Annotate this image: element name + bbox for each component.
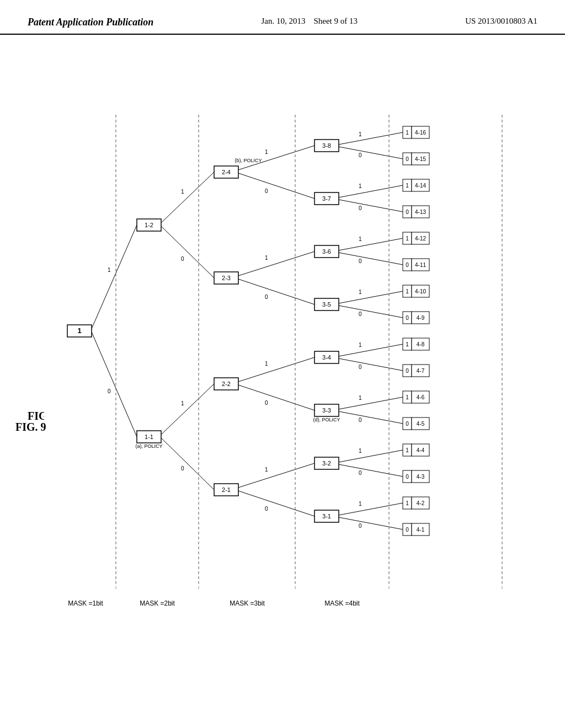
svg-text:0: 0: [181, 465, 184, 472]
svg-text:0: 0: [406, 262, 409, 268]
svg-text:MASK =4bit: MASK =4bit: [324, 599, 360, 607]
node-4-6: 1 4-6: [403, 391, 429, 403]
svg-text:3-6: 3-6: [322, 248, 331, 255]
svg-text:4-16: 4-16: [415, 130, 426, 136]
svg-text:MASK =3bit: MASK =3bit: [230, 599, 265, 607]
svg-text:1: 1: [359, 395, 362, 401]
svg-text:0: 0: [108, 388, 111, 394]
svg-text:4-1: 4-1: [417, 527, 425, 533]
svg-text:0: 0: [265, 506, 268, 512]
svg-text:2-1: 2-1: [222, 486, 231, 493]
svg-text:3-4: 3-4: [322, 354, 331, 361]
svg-text:0: 0: [406, 421, 409, 427]
svg-text:4-4: 4-4: [417, 447, 425, 453]
node-4-7: 0 4-7: [403, 365, 429, 377]
patent-number: US 2013/0010803 A1: [465, 17, 537, 26]
svg-text:4-6: 4-6: [417, 394, 425, 400]
node-4-1: 0 4-1: [403, 523, 429, 536]
node-4-5: 0 4-5: [403, 417, 429, 430]
svg-text:1: 1: [406, 235, 409, 242]
svg-text:3-1: 3-1: [322, 513, 331, 520]
svg-text:2-2: 2-2: [222, 381, 231, 387]
svg-text:1: 1: [359, 501, 362, 507]
svg-text:4-12: 4-12: [415, 235, 426, 242]
svg-text:(a), POLICY: (a), POLICY: [135, 443, 162, 449]
svg-text:4-5: 4-5: [417, 421, 425, 427]
node-4-16: 1 4-16: [403, 126, 429, 138]
svg-text:3-2: 3-2: [322, 460, 331, 467]
svg-text:1: 1: [181, 189, 184, 195]
svg-text:0: 0: [406, 527, 409, 533]
svg-text:0: 0: [359, 364, 362, 370]
svg-text:4-13: 4-13: [415, 209, 426, 215]
svg-text:0: 0: [265, 400, 268, 406]
svg-text:0: 0: [359, 523, 362, 529]
svg-text:4-9: 4-9: [417, 315, 425, 321]
svg-text:(d), POLICY: (d), POLICY: [313, 417, 340, 422]
svg-text:0: 0: [406, 368, 409, 374]
svg-text:2-4: 2-4: [222, 169, 231, 175]
svg-text:3-8: 3-8: [322, 142, 331, 149]
page-header: Patent Application Publication Jan. 10, …: [0, 0, 565, 35]
svg-text:1: 1: [108, 267, 111, 273]
node-4-4: 1 4-4: [403, 444, 429, 456]
main-content: FIG. 9 MASK =1bit MASK =2bit MASK =3bit …: [0, 35, 565, 719]
node-4-9: 0 4-9: [403, 312, 429, 324]
svg-text:4-2: 4-2: [417, 500, 425, 506]
svg-text:0: 0: [359, 470, 362, 476]
svg-text:0: 0: [359, 258, 362, 264]
svg-text:1: 1: [406, 130, 409, 136]
svg-text:0: 0: [406, 474, 409, 480]
svg-text:0: 0: [406, 156, 409, 162]
svg-text:3-7: 3-7: [322, 195, 331, 202]
svg-text:0: 0: [406, 209, 409, 215]
svg-text:1: 1: [359, 342, 362, 348]
svg-text:1: 1: [359, 289, 362, 295]
svg-text:4-10: 4-10: [415, 288, 426, 295]
node-4-12: 1 4-12: [403, 232, 429, 244]
svg-text:MASK =1bit: MASK =1bit: [68, 599, 103, 607]
svg-text:1: 1: [359, 131, 362, 137]
svg-text:0: 0: [359, 417, 362, 423]
sheet-info: Sheet 9 of 13: [313, 17, 358, 25]
diagram: MASK =1bit MASK =2bit MASK =3bit MASK =4…: [44, 90, 524, 641]
svg-text:4-8: 4-8: [417, 341, 425, 347]
svg-text:1: 1: [265, 149, 268, 155]
date-sheet: Jan. 10, 2013 Sheet 9 of 13: [261, 17, 358, 26]
svg-text:4-15: 4-15: [415, 156, 426, 162]
figure-label: FIG. 9: [15, 421, 46, 433]
svg-text:0: 0: [265, 294, 268, 300]
svg-text:0: 0: [359, 205, 362, 211]
svg-text:1: 1: [265, 255, 268, 261]
svg-text:MASK =2bit: MASK =2bit: [140, 599, 175, 607]
svg-text:1-2: 1-2: [145, 222, 153, 228]
node-4-2: 1 4-2: [403, 497, 429, 509]
svg-text:4-11: 4-11: [415, 262, 426, 268]
svg-text:3-3: 3-3: [322, 407, 331, 414]
svg-text:1: 1: [265, 467, 268, 473]
svg-text:1: 1: [406, 500, 409, 506]
svg-text:0: 0: [359, 311, 362, 317]
svg-text:1: 1: [406, 288, 409, 295]
svg-text:1: 1: [406, 183, 409, 189]
node-4-14: 1 4-14: [403, 179, 429, 191]
pub-date: Jan. 10, 2013: [261, 17, 305, 25]
svg-text:0: 0: [406, 315, 409, 321]
node-4-8: 1 4-8: [403, 338, 429, 350]
publication-title: Patent Application Publication: [28, 17, 153, 28]
svg-text:1: 1: [406, 341, 409, 347]
svg-text:1: 1: [77, 326, 81, 335]
svg-text:4-3: 4-3: [417, 474, 425, 480]
svg-text:3-5: 3-5: [322, 301, 331, 308]
svg-text:1: 1: [406, 447, 409, 453]
svg-text:0: 0: [181, 256, 184, 262]
node-4-13: 0 4-13: [403, 206, 429, 218]
svg-text:0: 0: [265, 188, 268, 194]
svg-text:2-3: 2-3: [222, 275, 231, 281]
svg-text:1: 1: [359, 448, 362, 454]
svg-text:4-14: 4-14: [415, 183, 426, 189]
svg-text:4-7: 4-7: [417, 368, 425, 374]
svg-text:1: 1: [359, 236, 362, 242]
svg-text:1: 1: [181, 400, 184, 406]
svg-text:(b), POLICY: (b), POLICY: [234, 158, 262, 163]
